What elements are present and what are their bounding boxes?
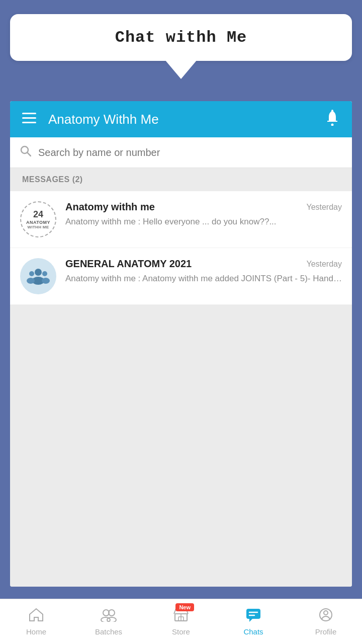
- empty-area: [10, 305, 352, 587]
- chat-name: Anatomy withh me: [65, 201, 155, 213]
- new-badge: New: [175, 603, 194, 611]
- profile-label: Profile: [315, 627, 337, 636]
- nav-item-batches[interactable]: Batches: [72, 599, 145, 644]
- svg-point-3: [331, 123, 334, 126]
- chat-info: GENERAL ANATOMY 2021 Yesterday Anatomy w…: [65, 258, 342, 284]
- svg-rect-1: [22, 117, 36, 119]
- svg-point-7: [35, 269, 42, 276]
- avatar: 24 ANATOMY WITHH ME: [20, 201, 56, 237]
- svg-rect-0: [22, 113, 36, 114]
- notification-bell-icon[interactable]: [325, 110, 340, 129]
- chat-name: GENERAL ANATOMY 2021: [65, 258, 192, 270]
- nav-item-home[interactable]: Home: [0, 599, 72, 644]
- svg-point-26: [324, 611, 328, 615]
- chat-list: 24 ANATOMY WITHH ME Anatomy withh me Yes…: [10, 191, 352, 305]
- svg-point-12: [42, 278, 50, 284]
- batches-label: Batches: [95, 627, 122, 636]
- nav-item-store[interactable]: New Store: [145, 599, 217, 644]
- svg-point-9: [29, 271, 34, 276]
- svg-point-4: [331, 110, 333, 112]
- batches-icon: [101, 608, 117, 625]
- tooltip-title: Chat withh Me: [115, 28, 247, 47]
- search-icon: [20, 145, 31, 159]
- app-container: Anatomy Withh Me MESSAGES (2) 24: [10, 101, 352, 587]
- menu-icon[interactable]: [22, 112, 36, 127]
- svg-point-11: [42, 271, 47, 276]
- store-label: Store: [172, 627, 190, 636]
- chat-time: Yesterday: [306, 260, 342, 269]
- svg-rect-21: [246, 609, 260, 619]
- chat-preview: Anatomy withh me : Anatomy withh me adde…: [65, 274, 342, 284]
- chats-label: Chats: [243, 627, 263, 636]
- svg-line-6: [27, 152, 31, 156]
- search-bar: [10, 137, 352, 168]
- list-item[interactable]: GENERAL ANATOMY 2021 Yesterday Anatomy w…: [10, 248, 352, 305]
- list-item[interactable]: 24 ANATOMY WITHH ME Anatomy withh me Yes…: [10, 191, 352, 248]
- tooltip-bubble: Chat withh Me: [10, 14, 352, 61]
- top-bar: Anatomy Withh Me: [10, 101, 352, 137]
- home-label: Home: [26, 627, 46, 636]
- svg-rect-2: [22, 122, 36, 123]
- chat-info: Anatomy withh me Yesterday Anatomy withh…: [65, 201, 342, 227]
- svg-marker-22: [249, 619, 252, 622]
- svg-point-16: [107, 617, 116, 622]
- svg-point-10: [27, 278, 35, 284]
- chats-icon: [245, 608, 261, 625]
- nav-item-chats[interactable]: Chats: [217, 599, 290, 644]
- messages-header: MESSAGES (2): [10, 168, 352, 191]
- app-title: Anatomy Withh Me: [48, 112, 325, 127]
- avatar: [20, 258, 56, 294]
- chat-preview: Anatomy withh me : Hello everyone ... do…: [65, 217, 342, 227]
- nav-item-profile[interactable]: Profile: [290, 599, 362, 644]
- search-input[interactable]: [38, 147, 342, 158]
- home-icon: [29, 608, 44, 625]
- chat-time: Yesterday: [306, 203, 342, 212]
- profile-icon: [319, 608, 333, 625]
- bottom-nav: Home Batches New Store: [0, 599, 362, 644]
